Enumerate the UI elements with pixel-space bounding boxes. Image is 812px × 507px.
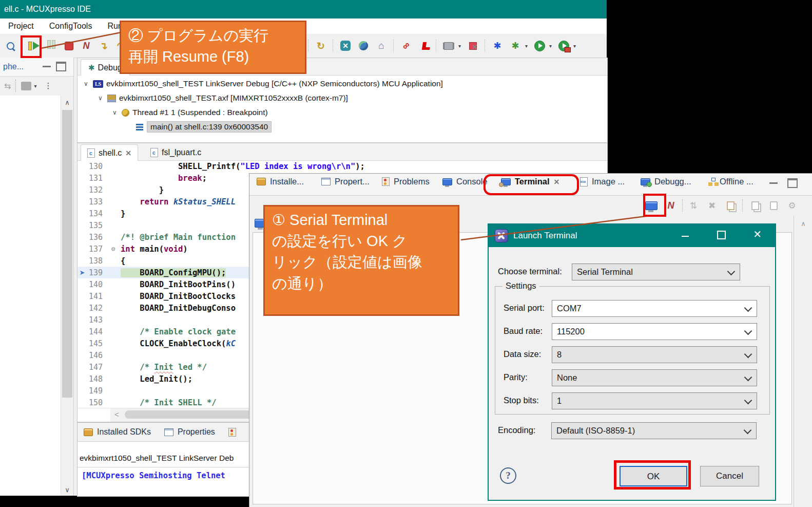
chevron-down-icon[interactable]: ∨ [112, 109, 121, 116]
chevron-down-icon[interactable]: ▾ [458, 43, 461, 49]
tree-item-thread[interactable]: ∨ Thread #1 1 (Suspended : Breakpoint) [78, 105, 607, 120]
toolbar-right-group: ↻ ✕ ⌂ ∞ ▾ ✱ ✱ ▾ ▾ ▾ [308, 34, 576, 58]
run-icon[interactable] [533, 40, 546, 52]
color-swatch-icon[interactable] [21, 82, 31, 90]
problems-icon[interactable] [228, 428, 236, 437]
fold-marker-icon[interactable]: ⊖ [111, 245, 121, 253]
tab-fsl-lpuart-c[interactable]: fsl_lpuart.c [144, 144, 207, 160]
sdk-package-icon [84, 428, 93, 436]
refresh-icon[interactable]: ⇆ [4, 81, 11, 91]
encoding-select[interactable]: Default (ISO-8859-1) [551, 422, 757, 439]
tree-item-label: Thread #1 1 (Suspended : Breakpoint) [132, 108, 268, 117]
tree-item-launch[interactable]: ∨ LS evkbimxrt1050_shell_TEST LinkServer… [78, 77, 607, 91]
step-into-icon[interactable]: ↴ [98, 40, 110, 52]
scroll-up-icon[interactable]: ∧ [794, 220, 812, 228]
baud-rate-select[interactable]: 115200 [552, 323, 757, 340]
globe-icon[interactable] [357, 40, 370, 52]
disconnect-icon[interactable]: N [80, 40, 92, 52]
run-external-icon[interactable] [557, 40, 570, 52]
tab-shell-c[interactable]: shell.c ✕ [81, 144, 138, 161]
debug-icon[interactable]: ✱ [491, 40, 504, 52]
peripherals-scrollbar[interactable]: ∧ ∨ [61, 96, 73, 496]
minimize-icon[interactable] [682, 231, 689, 237]
chevron-down-icon[interactable]: ▾ [34, 83, 36, 89]
scroll-down-icon[interactable]: ∨ [61, 486, 73, 494]
tab-properties[interactable]: Properties [164, 427, 215, 437]
home-icon[interactable]: ⌂ [375, 40, 388, 52]
tab-installed-sdks[interactable]: Installed SDKs [84, 427, 151, 437]
settings-group: Settings Serial port: COM7 Baud rate: 11… [495, 286, 770, 415]
encoding-label: Encoding: [498, 425, 535, 435]
binary-image-icon [580, 177, 588, 186]
minimize-icon[interactable] [769, 178, 778, 184]
highlight-box-resume [21, 35, 42, 58]
code-text: SHELL_Printf("LED index is wrong\r\n"); [121, 162, 365, 171]
menu-project[interactable]: Project [8, 22, 34, 31]
code-text: { [121, 256, 125, 266]
tab-problems[interactable]: Problems [382, 177, 430, 186]
chevron-down-icon [744, 327, 752, 335]
properties-table-icon [164, 428, 173, 436]
scroll-left-icon[interactable]: < [114, 410, 119, 419]
annotation-line: の通り） [272, 273, 451, 294]
search-icon[interactable] [4, 40, 16, 52]
parity-select[interactable]: None [552, 369, 757, 386]
tab-properties[interactable]: Propert... [321, 177, 370, 186]
help-button[interactable]: ? [500, 467, 516, 484]
tab-console[interactable]: Console [442, 177, 488, 186]
cancel-button[interactable]: Cancel [700, 466, 759, 486]
close-icon[interactable]: ✕ [125, 149, 131, 157]
menu-configtools[interactable]: ConfigTools [49, 22, 92, 31]
tab-installer[interactable]: Installe... [257, 177, 304, 186]
tree-item-stackframe[interactable]: main() at shell.c:139 0x60003540 [78, 120, 607, 134]
remove-console-icon[interactable] [467, 40, 479, 52]
paste-icon[interactable] [767, 199, 780, 212]
chevron-down-icon [744, 350, 752, 359]
choose-terminal-label: Choose terminal: [498, 267, 562, 276]
problems-icon [382, 177, 390, 186]
maximize-icon[interactable] [56, 62, 66, 71]
chevron-down-icon[interactable]: ∨ [84, 80, 92, 87]
chevron-down-icon[interactable]: ▾ [573, 43, 576, 49]
debug-alt-icon[interactable]: ✱ [509, 40, 521, 52]
serial-port-select[interactable]: COM7 [552, 300, 757, 317]
terminate-icon[interactable] [63, 40, 75, 52]
annotation-line: の設定を行い OK ク [272, 231, 451, 252]
chevron-down-icon[interactable]: ∨ [98, 95, 106, 102]
data-size-select[interactable]: 8 [552, 346, 757, 363]
close-icon[interactable]: ✕ [753, 229, 762, 239]
peripherals-tab[interactable]: phe... [0, 58, 73, 77]
tab-offline-peripherals[interactable]: Offline ... [711, 177, 753, 186]
maximize-icon[interactable] [787, 178, 798, 188]
minimize-icon[interactable] [43, 62, 51, 67]
scrollbar-thumb[interactable] [62, 110, 72, 398]
stop-bits-select[interactable]: 1 [552, 392, 757, 409]
dialog-titlebar[interactable]: Launch Terminal ✕ [489, 224, 775, 247]
suspend-icon[interactable] [45, 40, 57, 52]
annotation-line: 再開 Resume (F8) [128, 46, 298, 67]
link-icon[interactable]: ∞ [397, 37, 415, 54]
line-number: 130 [87, 162, 111, 171]
tab-debugger-console[interactable]: Debugg... [641, 177, 691, 186]
tab-image-info[interactable]: Image ... [580, 177, 625, 186]
restart-icon[interactable]: ↻ [315, 40, 327, 52]
lock-icon[interactable] [724, 199, 737, 212]
settings-icon[interactable]: ⚙ [785, 199, 799, 212]
view-menu-icon[interactable]: ⋮ [44, 81, 52, 90]
memory-chip-icon[interactable] [442, 40, 455, 52]
scroll-up-icon[interactable]: ∧ [61, 99, 73, 106]
highlight-box-terminal-tab [484, 174, 579, 195]
tree-item-axf[interactable]: ∨ evkbimxrt1050_shell_TEST.axf [MIMXRT10… [78, 91, 607, 105]
chevron-down-icon[interactable]: ▾ [525, 43, 528, 49]
terminate-remove-icon[interactable]: ✕ [339, 40, 352, 52]
copy-icon[interactable] [748, 199, 762, 212]
panel-scrollbar[interactable]: ∧ [794, 216, 812, 507]
code-line-130[interactable]: 130 SHELL_Printf("LED index is wrong\r\n… [78, 160, 607, 172]
scroll-lock-icon[interactable]: ⇅ [687, 199, 700, 212]
clear-terminal-icon[interactable]: ✖ [705, 199, 719, 212]
choose-terminal-select[interactable]: Serial Terminal [572, 264, 740, 280]
maximize-icon[interactable] [717, 231, 726, 239]
chevron-down-icon[interactable]: ▾ [549, 43, 552, 49]
choose-terminal-value: Serial Terminal [577, 267, 633, 276]
boot-icon[interactable] [418, 40, 430, 52]
